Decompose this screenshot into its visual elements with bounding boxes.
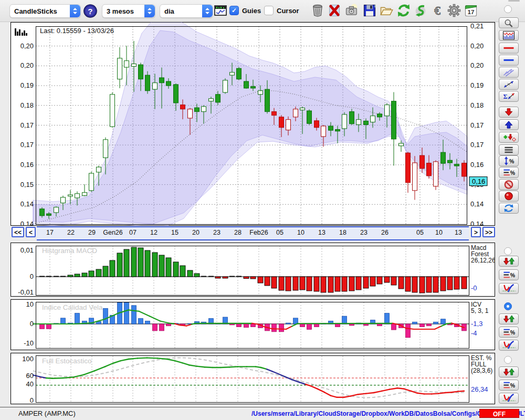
candle-body	[97, 167, 101, 172]
lines-percent-button[interactable]: %	[499, 327, 519, 338]
macd-bar	[405, 277, 411, 291]
stoch-main-line	[458, 391, 464, 392]
candle-body	[68, 195, 73, 196]
candle-body	[342, 114, 347, 129]
stoch-main-line	[397, 388, 404, 389]
measure-percent-button[interactable]: %	[499, 155, 519, 166]
scroll-right-button[interactable]: >	[471, 227, 481, 237]
candle-body	[75, 194, 80, 198]
lines-percent-button[interactable]: %	[499, 380, 519, 391]
curve-compare-button[interactable]	[499, 283, 519, 294]
candle-body	[307, 111, 312, 123]
stoch-panel-radio[interactable]	[504, 356, 512, 364]
icv-bar	[392, 324, 396, 330]
chevron-updown-icon	[144, 5, 155, 17]
channel-button[interactable]	[499, 67, 519, 78]
interval-select[interactable]: dia	[160, 4, 213, 18]
date-tick-label: 23	[206, 229, 227, 236]
stochastic-panel[interactable]: Full EstocasticoEST. %FULL(28,3,6)100604…	[10, 353, 495, 404]
guies-checkbox[interactable]: ✓ Guies	[229, 6, 261, 15]
record-button[interactable]	[499, 191, 519, 202]
list-lines-button[interactable]	[499, 144, 519, 155]
icv-signal-line	[272, 329, 286, 329]
refresh-sync-button[interactable]	[499, 203, 519, 214]
macd-bar	[152, 253, 158, 277]
lines-percent-button[interactable]: %	[499, 167, 519, 178]
macd-bar	[391, 277, 396, 285]
block-button[interactable]	[499, 179, 519, 190]
svg-text:%: %	[510, 330, 515, 335]
blue-line-button[interactable]	[499, 55, 519, 66]
left-axis-label: 0,14	[20, 200, 34, 208]
candle-body	[321, 126, 326, 136]
tool-sidebar: Σ%%%%%	[497, 0, 525, 407]
left-axis-label: 0,20	[20, 61, 34, 69]
price-volume-button[interactable]	[499, 30, 519, 41]
stoch-axis-label: 0	[30, 396, 34, 404]
arrows-duo-button[interactable]	[499, 256, 519, 267]
macd-bar	[131, 247, 136, 277]
cursor-checkbox[interactable]: Cursor	[264, 6, 299, 15]
trash-button[interactable]	[310, 3, 325, 18]
blue-up-arrow-button[interactable]	[499, 119, 519, 130]
help-button[interactable]: ?	[83, 4, 98, 18]
stoch-axis-label: 60	[26, 372, 34, 380]
chart-type-select[interactable]: CandleSticks	[9, 4, 81, 18]
sigma-trend-button[interactable]: Σ	[499, 91, 519, 102]
macd-bar	[265, 277, 270, 286]
macd-histogram-panel[interactable]: Histgrama MACDMacdForest26,12,260,010-0,…	[10, 243, 495, 297]
main-price-chart[interactable]: Last: 0.15559 - 13/03/260,200,200,190,18…	[10, 22, 495, 226]
save-button[interactable]	[362, 3, 377, 18]
macd-axis-label: 0,01	[20, 246, 34, 254]
red-down-arrow-button[interactable]	[499, 107, 519, 118]
macd-bar	[75, 274, 80, 277]
date-axis-strip[interactable]: 172229Gen26071215202328Feb26051013182326…	[37, 226, 469, 240]
stoch-axis-label: 100	[22, 355, 34, 363]
arrows-duo-button[interactable]	[499, 366, 519, 377]
zoom-magnifier-button[interactable]	[499, 17, 519, 28]
scroll-far-right-button[interactable]: >>	[482, 227, 495, 237]
calendar-button[interactable]: 17	[464, 3, 478, 18]
icv-bar	[342, 316, 347, 324]
icv-panel-radio[interactable]	[504, 302, 512, 310]
candle-body	[392, 101, 396, 139]
date-tick-label: 07	[122, 229, 143, 236]
date-tick-label: 10	[428, 229, 449, 236]
curve-compare-button[interactable]	[499, 340, 519, 351]
open-folder-button[interactable]	[379, 3, 394, 18]
main-panel-radio[interactable]	[504, 5, 512, 13]
macd-bar	[173, 262, 178, 277]
icv-panel[interactable]: Indice Calidad VelaICV5, 3, 1100-10-1,3-…	[10, 299, 495, 350]
macd-bar	[187, 270, 193, 277]
stoch-main-line	[205, 367, 213, 368]
curve-compare-button[interactable]	[499, 393, 519, 404]
mini-chart-icon-button[interactable]	[214, 5, 227, 16]
arrows-duo-button[interactable]	[499, 313, 519, 324]
lines-percent-button[interactable]: %	[499, 269, 519, 280]
off-toggle-button[interactable]: OFF	[479, 409, 519, 418]
macd-panel-radio[interactable]	[504, 247, 512, 255]
cursor-label: Cursor	[277, 7, 299, 15]
euro-button[interactable]: €	[430, 3, 445, 18]
red-line-button[interactable]	[499, 43, 519, 54]
scroll-left-button[interactable]: <	[26, 227, 36, 237]
macd-bar	[279, 277, 284, 290]
revert-button[interactable]	[413, 3, 428, 18]
macd-bar	[314, 277, 319, 291]
camera-button[interactable]	[344, 3, 359, 18]
candle-body	[181, 105, 185, 109]
stoch-main-line	[63, 377, 74, 378]
scroll-far-left-button[interactable]: <<	[12, 227, 24, 237]
date-tick-label: 26	[374, 229, 395, 236]
add-marker-button[interactable]	[499, 132, 519, 143]
trend-arrow-button[interactable]	[499, 79, 519, 90]
delete-x-button[interactable]	[327, 3, 342, 18]
left-axis-label: 0,16	[20, 161, 34, 169]
icv-bar	[272, 324, 277, 332]
refresh-button[interactable]	[396, 3, 411, 18]
right-axis-label: 0,21	[470, 22, 484, 30]
period-select[interactable]: 3 mesos	[102, 4, 155, 18]
macd-bar	[321, 277, 326, 292]
candle-body	[54, 207, 59, 213]
settings-gear-button[interactable]	[447, 3, 461, 18]
